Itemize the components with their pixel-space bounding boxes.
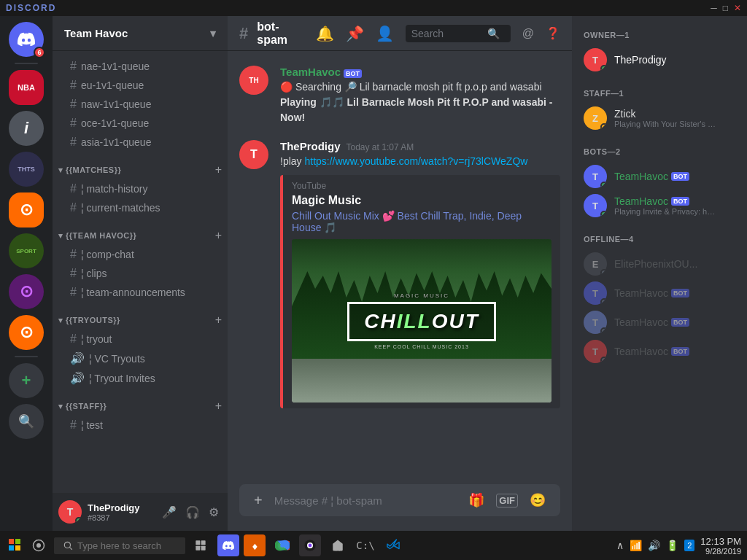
member-item-offline3[interactable]: T TeamHavoc BOT [578,308,741,337]
message-author[interactable]: TeamHavocBOT [280,66,362,78]
server-explore-button[interactable]: 🔍 [9,404,44,439]
taskbar-search-bar[interactable] [54,537,185,554]
server-icon-purple[interactable]: ⊙ [9,274,44,309]
member-list-button[interactable]: 👤 [376,25,394,42]
member-item-offline4[interactable]: T TeamHavoc BOT [578,337,741,366]
add-attachment-button[interactable]: + [251,489,266,512]
start-button[interactable] [6,536,23,556]
member-item-bot2[interactable]: T TeamHavoc BOT Playing Invite & Privacy… [578,191,741,220]
member-item-bot1[interactable]: T TeamHavoc BOT [578,162,741,191]
channel-item-test[interactable]: # ¦ test [58,416,222,435]
search-bar[interactable]: 🔍 [406,25,511,42]
message-author-prodigy[interactable]: TheProdigy [280,140,341,152]
tray-volume[interactable]: 🔊 [648,540,660,551]
channel-item-match-history[interactable]: # ¦ match-history [58,179,222,198]
channel-item-tryout-invites[interactable]: 🔊 ¦ Tryout Invites [58,368,222,388]
user-display-name: TheProdigy [88,502,153,513]
embed-image[interactable]: MAGIC MUSIC CHILLOUT KEEP COOL CHILL MUS… [292,239,551,402]
channel-item-asia[interactable]: # asia-1v1-queue [58,133,222,152]
gif-button[interactable]: GIF [496,494,518,508]
minimize-button[interactable]: ─ [711,3,717,13]
member-avatar-offline2: T [584,281,607,305]
taskbar-app-obs[interactable] [299,534,321,556]
emoji-button[interactable]: 😊 [527,489,549,511]
member-status-offline3 [600,327,607,334]
member-section-bots: BOTS—2 T TeamHavoc BOT T [578,144,741,220]
tray-notification[interactable]: 2 [684,540,694,551]
help-button[interactable]: ❓ [546,26,560,40]
close-button[interactable]: ✕ [734,3,741,13]
hash-icon: # [70,419,77,432]
taskbar-app-vscode[interactable] [381,533,406,558]
deafen-button[interactable]: 🎧 [182,502,203,522]
hash-icon: # [70,79,77,92]
server-add-button[interactable]: + [9,363,44,398]
pin-button[interactable]: 📌 [346,25,364,42]
hash-icon: # [70,98,77,111]
tray-battery[interactable]: 🔋 [666,540,678,551]
taskbar-task-view[interactable] [188,533,213,558]
member-avatar-ztick: Z [584,106,607,130]
taskbar-app-chrome[interactable] [270,533,295,558]
member-item-offline1[interactable]: E ElitePhoenixtOU... [578,249,741,279]
taskbar-app-terminal[interactable]: C:\ [355,534,376,556]
taskbar-time-display: 12:13 PM [700,536,741,547]
youtube-link[interactable]: https://www.youtube.com/watch?v=rj73lCWe… [304,155,527,167]
member-info-offline1: ElitePhoenixtOU... [614,258,697,270]
search-input[interactable] [411,28,484,39]
category-add-btn-4[interactable]: + [215,400,222,413]
server-header[interactable]: Team Havoc ▾ [53,16,228,51]
channel-item-current-matches[interactable]: # ¦ current-matches [58,198,222,217]
category-add-btn[interactable]: + [215,163,222,176]
notification-bell-button[interactable]: 🔔 [316,25,334,42]
server-icon-nba[interactable]: NBA [9,70,44,105]
inbox-button[interactable]: @ [522,27,534,40]
server-icon-sport[interactable]: SPORT [9,233,44,268]
member-item-ztick[interactable]: Z Ztick Playing With Your Sister's Coo..… [578,104,741,133]
taskbar-search-input[interactable] [77,540,179,551]
taskbar-app-orange[interactable]: ⬧ [244,534,266,556]
category-add-btn-3[interactable]: + [215,314,222,327]
member-name-ztick: Ztick [614,108,636,120]
member-item-offline2[interactable]: T TeamHavoc BOT [578,279,741,308]
gift-button[interactable]: 🎁 [465,489,487,511]
taskbar-clock[interactable]: 12:13 PM 9/28/2019 [700,536,741,556]
channel-item-tryout[interactable]: # ¦ tryout [58,330,222,349]
message-input[interactable] [274,487,457,514]
server-icon-i[interactable]: i [9,111,44,146]
category-staff: ▾ {{STAFF}} + [53,388,228,416]
member-item-theprodigy[interactable]: T TheProdigy [578,45,741,74]
channel-item-eu[interactable]: # eu-1v1-queue [58,76,222,95]
channel-item-comp-chat[interactable]: # ¦ comp-chat [58,245,222,264]
svg-rect-9 [201,540,206,545]
channel-item-oce[interactable]: # oce-1v1-queue [58,114,222,133]
bot-badge-offline4: BOT [671,347,689,356]
tray-chevron[interactable]: ∧ [616,540,624,551]
maximize-button[interactable]: □ [723,3,728,13]
server-icon-orange1[interactable]: ⊙ [9,192,44,228]
main-content: # bot-spam 🔔 📌 👤 🔍 @ ❓ TH [228,16,572,531]
settings-button[interactable]: ⚙ [206,502,222,522]
server-icon-thts[interactable]: THTS [9,152,44,187]
tray-network[interactable]: 📶 [630,540,642,551]
channel-item-vc-tryouts[interactable]: 🔊 ¦ VC Tryouts [58,349,222,368]
server-name: Team Havoc [64,27,128,39]
server-badge-discord: 6 [34,47,45,58]
windows-taskbar: ⬧ C:\ [0,531,747,560]
cortana-button[interactable] [26,533,51,558]
channel-item-naw[interactable]: # naw-1v1-queue [58,95,222,114]
embed-description-link[interactable]: Chill Out Music Mix 💕 Best Chill Trap, I… [292,210,522,233]
member-name-offline4: TeamHavoc [614,346,668,357]
mute-button[interactable]: 🎤 [159,502,179,522]
server-icon-orange2[interactable]: ⊙ [9,315,44,350]
channel-item-nae[interactable]: # nae-1v1-queue [58,57,222,76]
channel-item-team-announcements[interactable]: # ¦ team-announcements [58,283,222,302]
channel-sidebar: Team Havoc ▾ # nae-1v1-queue # eu-1v1-qu… [53,16,228,531]
member-list: OWNER—1 T TheProdigy STAFF—1 Z [572,16,747,531]
taskbar-app-discord[interactable] [217,534,239,556]
server-icon-discord[interactable]: 6 [9,22,44,57]
category-add-btn-2[interactable]: + [215,229,222,242]
taskbar-app-home[interactable] [325,533,350,558]
member-info-bot1: TeamHavoc BOT [614,171,689,182]
channel-item-clips[interactable]: # ¦ clips [58,264,222,283]
